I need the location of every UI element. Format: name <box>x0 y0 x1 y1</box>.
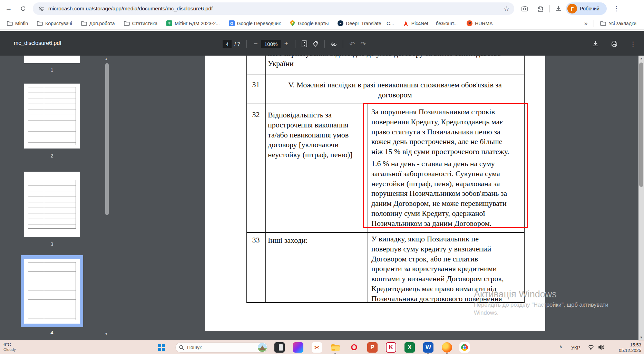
bookmark-minfin[interactable]: Minfin <box>7 20 28 26</box>
bookmark-hurma[interactable]: ✕ HURMA <box>467 20 492 26</box>
profile-name: Робочий <box>580 6 599 11</box>
doc-row32-left-text: Відповідальність запрострочення виконанн… <box>268 110 366 160</box>
browser-chrome: → microcash.com.ua/storage/app/media/doc… <box>0 0 644 31</box>
activation-watermark-line3: Windows. <box>474 309 499 316</box>
app-word-icon[interactable]: W <box>423 342 433 353</box>
tray-chevron[interactable]: ∧ <box>559 344 563 349</box>
zoom-level-input[interactable]: 100% <box>261 40 281 48</box>
search-icon <box>179 345 184 350</box>
bookmark-deepl[interactable]: ▸ DeepL Translate – C... <box>338 20 394 26</box>
thumbnail-page-3[interactable] <box>24 172 80 237</box>
thumbnail-page-2[interactable] <box>24 84 80 149</box>
main-scrollbar-thumb[interactable] <box>639 63 643 187</box>
all-bookmarks-button[interactable]: Усі закладки <box>600 20 636 26</box>
app-snipping-tool-icon[interactable]: ✂ <box>312 342 322 353</box>
app-file-explorer-icon[interactable] <box>330 342 341 353</box>
url-text[interactable]: microcash.com.ua/storage/app/media/docum… <box>48 6 504 12</box>
fit-page-icon[interactable] <box>299 38 310 49</box>
bookmark-pic4net[interactable]: Pic4Net — безкошт... <box>403 20 458 26</box>
tray-language[interactable]: УКР <box>571 345 580 351</box>
weather-widget[interactable]: 6°C Cloudy <box>3 342 16 352</box>
deepl-icon: ▸ <box>338 20 343 26</box>
search-highlight-image <box>258 343 267 352</box>
sidebar-scrollbar-thumb[interactable] <box>105 63 109 215</box>
scroll-up-icon[interactable]: ▲ <box>638 56 644 61</box>
bookmarks-divider <box>594 20 594 27</box>
page-total-label: / 7 <box>234 41 240 47</box>
tray-clock[interactable]: 15:53 05.12.2025 <box>611 342 641 353</box>
bookmark-star-icon[interactable]: ☆ <box>504 5 509 13</box>
start-button[interactable] <box>156 342 167 353</box>
downloads-icon[interactable] <box>554 4 563 13</box>
profile-avatar: Г <box>567 4 577 13</box>
pdf-toolbar: mc_disclosure6.pdf 4 / 7 − 100% + <box>0 31 644 56</box>
pdf-controls: 4 / 7 − 100% + <box>223 38 369 49</box>
sidebar-scroll-down-icon[interactable]: ▼ <box>105 332 108 336</box>
zoom-out-button[interactable]: − <box>250 38 261 49</box>
pdf-viewer: 1 2 3 4 ▲ ▼ <box>0 56 644 340</box>
scroll-down-icon[interactable]: ▼ <box>638 335 644 340</box>
bookmark-google-translate[interactable]: G Google Переводчик <box>229 20 281 26</box>
forward-icon[interactable]: → <box>3 3 14 14</box>
doc-row33-left-label: Інші заходи: <box>268 236 308 246</box>
bookmarks-overflow-chevron[interactable]: » <box>584 20 587 27</box>
weather-temp: 6°C <box>3 342 16 347</box>
pdf-print-icon[interactable] <box>609 38 620 49</box>
thumbnail-page-4-selected[interactable] <box>24 259 80 324</box>
profile-button[interactable]: Г Робочий <box>566 2 607 15</box>
thumbnail-label-3: 3 <box>24 241 80 247</box>
taskbar-search[interactable]: Пошук <box>175 342 268 353</box>
bookmark-extra-work[interactable]: Доп.робота <box>81 20 115 26</box>
taskbar: 6°C Cloudy Пошук ✂ O P K X W <box>0 340 644 354</box>
toolbar-divider <box>549 5 550 12</box>
doc-row31-number: 31 <box>246 80 265 89</box>
address-bar[interactable]: microcash.com.ua/storage/app/media/docum… <box>33 2 514 15</box>
redo-icon[interactable]: ↷ <box>358 38 369 49</box>
app-phone-link-icon[interactable] <box>274 342 285 353</box>
pdf-download-icon[interactable] <box>590 38 601 49</box>
app-firefox-icon[interactable] <box>442 342 452 353</box>
bookmark-meeting-sheet[interactable]: Мітінг БДМ 2023-2... <box>166 20 220 26</box>
red-annotation-box <box>363 103 528 228</box>
zoom-in-button[interactable]: + <box>281 38 292 49</box>
bookmark-users[interactable]: Користувачі <box>37 20 72 26</box>
bookmarks-bar: Minfin Користувачі Доп.робота Статистика… <box>0 17 644 30</box>
app-opera-icon[interactable]: O <box>349 342 359 353</box>
app-creative-cloud-icon[interactable] <box>293 342 303 353</box>
app-k-icon[interactable]: K <box>386 342 396 353</box>
wifi-icon[interactable] <box>588 345 594 350</box>
hurma-icon: ✕ <box>467 20 472 26</box>
weather-condition: Cloudy <box>3 347 16 352</box>
bookmark-google-maps[interactable]: Google Карты <box>290 20 329 26</box>
sidebar-scroll-up-icon[interactable]: ▲ <box>105 57 108 61</box>
app-powerpoint-icon[interactable]: P <box>367 342 378 353</box>
doc-row33-number: 33 <box>246 236 265 245</box>
doc-clipped-row-text: ного користування відповідно до умов дог… <box>268 56 523 69</box>
camera-icon[interactable] <box>520 4 529 13</box>
pdf-menu-kebab-icon[interactable]: ⋮ <box>627 38 638 49</box>
reload-icon[interactable] <box>18 3 28 14</box>
page-number-input[interactable]: 4 <box>223 40 232 48</box>
bookmark-statistics[interactable]: Статистика <box>124 20 158 26</box>
doc-row31-title: V. Можливі наслідки в разі невиконання с… <box>266 80 524 100</box>
browser-menu-kebab-icon[interactable]: ⋮ <box>612 4 621 13</box>
undo-icon[interactable]: ↶ <box>347 38 358 49</box>
thumbnail-label-1: 1 <box>24 67 80 73</box>
annotate-pen-icon[interactable] <box>328 38 339 49</box>
main-scrollbar[interactable]: ▲ ▼ <box>638 56 644 340</box>
site-settings-icon[interactable] <box>38 6 44 12</box>
extensions-puzzle-icon[interactable] <box>536 4 545 13</box>
speaker-icon[interactable] <box>598 345 604 350</box>
navigation-bar: → microcash.com.ua/storage/app/media/doc… <box>0 0 644 17</box>
thumbnail-label-2: 2 <box>24 153 80 159</box>
translate-icon: G <box>229 20 235 26</box>
thumbnail-page-1[interactable] <box>24 56 80 63</box>
doc-row32-number: 32 <box>246 110 265 119</box>
rotate-icon[interactable] <box>310 38 321 49</box>
activation-watermark-title: Активація Windows <box>474 289 557 300</box>
search-placeholder: Пошук <box>187 345 258 350</box>
tray-date: 05.12.2025 <box>611 348 641 353</box>
app-excel-icon[interactable]: X <box>404 342 415 353</box>
app-chrome-icon-active[interactable] <box>459 342 470 353</box>
pdf-filename: mc_disclosure6.pdf <box>14 40 61 46</box>
